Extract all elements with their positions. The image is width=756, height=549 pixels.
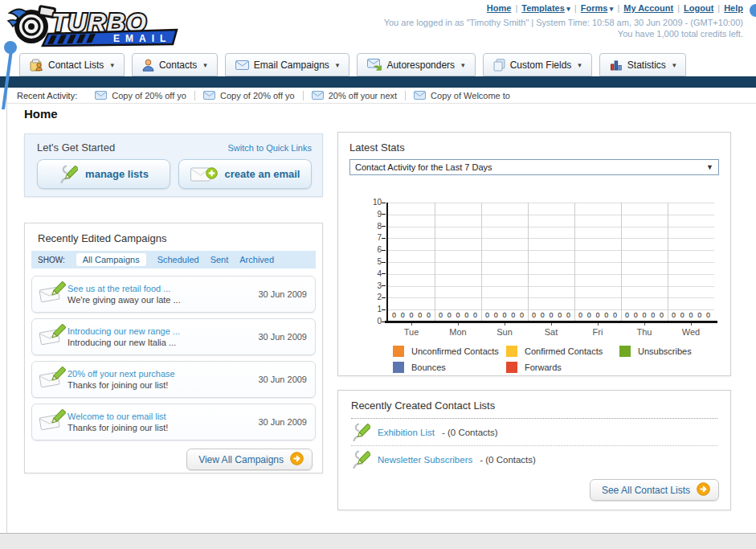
- bar-value-label: 0: [660, 311, 664, 319]
- y-tick-mark: [382, 273, 386, 274]
- y-tick-label: 9: [364, 210, 382, 219]
- contact-list-name-link[interactable]: Newsletter Subscribers: [378, 455, 472, 465]
- y-tick-label: 4: [364, 269, 382, 278]
- statistics-icon: [610, 59, 623, 71]
- campaign-row[interactable]: See us at the retail food ...We're givin…: [31, 276, 316, 313]
- y-tick-label: 7: [364, 233, 382, 242]
- nav-link-my-account[interactable]: My Account: [623, 3, 673, 13]
- contact-activity-chart: 01234567891000000Tue00000Mon00000Sun0000…: [386, 203, 714, 322]
- svg-text:EMAIL: EMAIL: [113, 33, 171, 44]
- latest-stats-title: Latest Stats: [349, 141, 719, 154]
- nav-link-help[interactable]: Help: [724, 3, 743, 13]
- nav-link-logout[interactable]: Logout: [684, 3, 713, 13]
- see-all-contact-lists-button[interactable]: See All Contact Lists: [590, 479, 719, 501]
- tab-label: Custom Fields: [510, 59, 572, 71]
- chevron-down-icon: ▼: [706, 163, 713, 171]
- bar-value-labels: 00000: [435, 311, 481, 319]
- chart-day-group: 00000Wed: [668, 203, 714, 322]
- contact-list-items: Exhibition List- (0 Contacts)Newsletter …: [351, 419, 717, 473]
- create-an-email-button[interactable]: create an email: [178, 159, 312, 189]
- email-campaigns-icon: [235, 60, 249, 70]
- y-tick-label: 2: [364, 293, 382, 301]
- bar-value-label: 0: [587, 311, 591, 319]
- campaign-title-link[interactable]: 20% off your next purchase: [67, 368, 258, 379]
- campaign-date: 30 Jun 2009: [258, 332, 307, 342]
- legend-item-unconfirmed-contacts: Unconfirmed Contacts: [393, 346, 506, 357]
- campaign-date: 30 Jun 2009: [258, 375, 307, 384]
- main-tab-bar: Contact Lists▾Contacts▾Email Campaigns▾A…: [19, 53, 686, 76]
- bar-value-label: 0: [511, 311, 515, 319]
- campaign-title-link[interactable]: See us at the retail food ...: [67, 283, 258, 294]
- view-all-campaigns-button[interactable]: View All Campaigns: [186, 449, 313, 470]
- campaign-subtitle: We're giving away our late ...: [67, 294, 258, 305]
- campaign-text: Welcome to our email listThanks for join…: [67, 411, 258, 433]
- legend-item-confirmed-contacts: Confirmed Contacts: [506, 346, 619, 357]
- tab-statistics[interactable]: Statistics▾: [599, 53, 687, 76]
- y-tick-mark: [382, 262, 386, 263]
- campaigns-panel: Recently Edited Campaigns SHOW: All Camp…: [24, 223, 323, 473]
- tab-contacts[interactable]: Contacts▾: [132, 53, 218, 76]
- chart-day-group: 00000Thu: [621, 203, 668, 322]
- help-bubble-icon[interactable]: [750, 4, 756, 17]
- x-tick-label: Fri: [574, 327, 621, 337]
- filter-all-campaigns[interactable]: All Campaigns: [76, 253, 146, 266]
- contact-list-name-link[interactable]: Exhibition List: [378, 428, 435, 437]
- person-pencil-icon: [351, 421, 370, 443]
- campaigns-title: Recently Edited Campaigns: [25, 223, 322, 251]
- page-title: Home: [24, 107, 58, 121]
- tab-label: Email Campaigns: [254, 59, 329, 71]
- chevron-down-icon: ▾: [203, 61, 207, 69]
- y-tick-label: 10: [364, 198, 382, 207]
- bar-value-label: 0: [409, 311, 413, 319]
- filter-archived[interactable]: Archived: [239, 255, 274, 264]
- legend-swatch: [506, 362, 517, 373]
- stats-dropdown[interactable]: Contact Activity for the Last 7 Days ▼: [349, 159, 719, 175]
- campaign-filter-bar: SHOW: All CampaignsScheduledSentArchived: [31, 251, 316, 268]
- tab-label: Contact Lists: [48, 59, 104, 71]
- legend-swatch: [619, 346, 631, 357]
- bar-value-label: 0: [532, 311, 536, 319]
- campaign-row[interactable]: Introducing our new range ...Introducing…: [31, 318, 316, 355]
- legend-swatch: [393, 362, 404, 373]
- pin-decor-icon: [0, 39, 24, 111]
- chevron-down-icon: ▾: [578, 61, 582, 69]
- campaign-text: Introducing our new range ...Introducing…: [67, 326, 258, 348]
- person-pencil-icon: [351, 449, 370, 470]
- button-label: manage lists: [85, 168, 149, 180]
- bar-value-label: 0: [595, 311, 599, 319]
- filter-sent[interactable]: Sent: [210, 255, 229, 264]
- switch-to-quick-links[interactable]: Switch to Quick Links: [227, 143, 312, 153]
- bar-value-label: 0: [604, 311, 608, 319]
- campaign-title-link[interactable]: Introducing our new range ...: [67, 326, 258, 337]
- bar-value-label: 0: [566, 311, 570, 319]
- legend-item-unsubscribes: Unsubscribes: [619, 346, 733, 357]
- top-nav: Home|Templates ▾|Forms ▾|My Account|Logo…: [487, 3, 743, 13]
- filter-scheduled[interactable]: Scheduled: [157, 255, 199, 264]
- nav-link-forms[interactable]: Forms: [581, 3, 608, 13]
- x-tick-label: Tue: [388, 327, 435, 337]
- bar-value-label: 0: [401, 311, 405, 319]
- nav-separator: |: [515, 3, 517, 13]
- tab-email-campaigns[interactable]: Email Campaigns▾: [225, 53, 350, 76]
- y-tick-mark: [382, 309, 386, 310]
- campaign-row[interactable]: 20% off your next purchaseThanks for joi…: [31, 361, 316, 398]
- bar-value-labels: 00000: [621, 311, 668, 319]
- campaign-title-link[interactable]: Welcome to our email list: [67, 411, 258, 422]
- nav-link-home[interactable]: Home: [487, 3, 512, 13]
- bar-value-labels: 00000: [574, 311, 621, 319]
- bar-value-label: 0: [418, 311, 422, 319]
- tab-autoresponders[interactable]: Autoresponders▾: [357, 53, 475, 76]
- chevron-down-icon: ▾: [110, 61, 114, 69]
- bar-value-label: 0: [634, 311, 638, 319]
- tab-contact-lists[interactable]: Contact Lists▾: [19, 53, 125, 76]
- campaign-row[interactable]: Welcome to our email listThanks for join…: [31, 404, 316, 440]
- tab-custom-fields[interactable]: Custom Fields▾: [483, 53, 592, 76]
- manage-lists-button[interactable]: manage lists: [37, 159, 170, 189]
- contacts-icon: [142, 59, 154, 72]
- nav-link-templates[interactable]: Templates: [521, 3, 565, 13]
- navy-divider-bar: [0, 76, 756, 88]
- y-tick-mark: [382, 226, 386, 227]
- y-tick-mark: [382, 250, 386, 251]
- y-tick-label: 8: [364, 222, 382, 231]
- tab-label: Contacts: [159, 59, 197, 71]
